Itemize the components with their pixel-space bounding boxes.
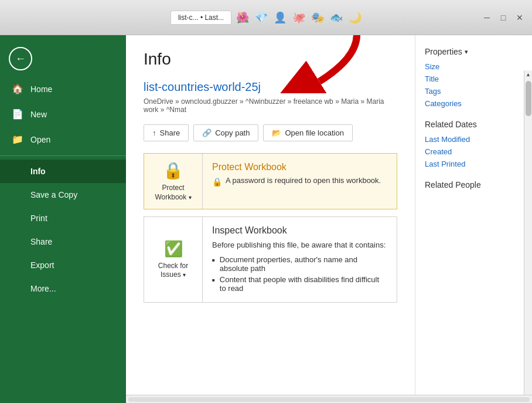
share-button[interactable]: ↑ Share: [144, 124, 189, 141]
protect-dropdown-arrow: ▾: [189, 194, 192, 201]
property-size[interactable]: Size: [425, 62, 523, 71]
window-controls: ─ □ ✕: [480, 11, 526, 24]
inspect-card-right: Inspect Workbook Before publishing this …: [203, 217, 397, 302]
taskbar-icon-1: 🌺: [236, 11, 249, 24]
taskbar-icon-4: 🐙: [292, 11, 305, 24]
copy-path-label: Copy path: [215, 128, 250, 137]
sidebar-item-more[interactable]: More...: [0, 277, 126, 300]
sidebar-label-export: Export: [30, 260, 54, 270]
inspect-list: Document properties, author's name and a…: [212, 254, 387, 294]
sidebar-label-new: New: [30, 110, 47, 119]
copy-path-button[interactable]: 🔗 Copy path: [193, 124, 258, 141]
inspect-workbook-card: ✅ Check for Issues ▾ Inspect Workbook Be…: [144, 216, 397, 303]
sidebar-item-export[interactable]: Export: [0, 253, 126, 277]
content-body: Info list-countries-world-25j OneDrive »…: [126, 35, 532, 403]
scroll-thumb[interactable]: [526, 81, 531, 116]
sidebar-item-home[interactable]: 🏠 Home: [0, 76, 126, 101]
related-last-printed[interactable]: Last Printed: [425, 160, 523, 168]
sidebar-label-home: Home: [30, 84, 52, 94]
inspect-list-item-1: Document properties, author's name and a…: [212, 254, 387, 274]
protect-icon: 🔒: [163, 161, 183, 180]
inspect-card-desc: Before publishing this file, be aware th…: [212, 241, 387, 249]
inspect-icon: ✅: [164, 240, 183, 258]
taskbar-icons: 🌺 💎 👤 🐙 🎭 🐟 🌙: [236, 11, 362, 24]
inspect-label: Check for Issues ▾: [149, 262, 197, 280]
minimize-button[interactable]: ─: [480, 11, 493, 24]
title-bar: list-c... • Last... 🌺 💎 👤 🐙 🎭 🐟 🌙 ─ □ ✕: [0, 0, 532, 35]
sidebar-item-print[interactable]: Print: [0, 206, 126, 230]
sidebar-item-info[interactable]: Info: [0, 160, 126, 183]
related-dates-title: Related Dates: [425, 120, 523, 129]
home-icon: 🏠: [12, 83, 23, 94]
page-title: Info: [144, 50, 397, 69]
properties-chevron[interactable]: ▾: [465, 48, 468, 56]
excel-window: ← 🏠 Home 📄 New 📁 Open Info Save a Copy P…: [0, 35, 532, 403]
file-name: list-countries-world-25j: [144, 80, 397, 94]
related-last-modified[interactable]: Last Modified: [425, 135, 523, 144]
share-btn-icon: ↑: [152, 128, 156, 137]
action-buttons: ↑ Share 🔗 Copy path 📂 Open file location: [144, 124, 397, 141]
properties-panel: Properties ▾ Size Title Tags Categories …: [415, 35, 532, 403]
open-location-label: Open file location: [285, 128, 343, 137]
sidebar-item-save-copy[interactable]: Save a Copy: [0, 183, 126, 206]
file-path: OneDrive » owncloud.gbuzzer » ^Nwinbuzze…: [144, 97, 397, 114]
protect-desc-text: A password is required to open this work…: [226, 176, 381, 185]
property-tags[interactable]: Tags: [425, 87, 523, 96]
sidebar-label-info: Info: [30, 167, 46, 176]
h-scroll-thumb[interactable]: [128, 397, 530, 402]
title-tab[interactable]: list-c... • Last...: [170, 11, 231, 25]
sidebar-label-print: Print: [30, 214, 47, 223]
new-icon: 📄: [12, 109, 23, 120]
sidebar-label-more: More...: [30, 284, 56, 293]
scroll-up-button[interactable]: ▲: [524, 70, 533, 79]
inspect-dropdown-arrow: ▾: [183, 272, 186, 278]
open-icon: 📁: [12, 134, 23, 145]
protect-card-right: Protect Workbook 🔒 A password is require…: [203, 154, 397, 209]
inspect-workbook-button[interactable]: ✅ Check for Issues ▾: [144, 217, 203, 302]
content-left: Info list-countries-world-25j OneDrive »…: [126, 35, 415, 403]
related-dates-section: Related Dates Last Modified Created Last…: [425, 120, 523, 168]
property-categories[interactable]: Categories: [425, 99, 523, 108]
close-button[interactable]: ✕: [513, 11, 526, 24]
related-people-section: Related People: [425, 180, 523, 189]
share-btn-label: Share: [160, 128, 180, 137]
back-button[interactable]: ←: [9, 47, 32, 70]
property-title[interactable]: Title: [425, 74, 523, 83]
sidebar-item-share[interactable]: Share: [0, 230, 126, 253]
sidebar-divider: [0, 155, 126, 156]
sidebar-label-save-copy: Save a Copy: [30, 190, 77, 199]
main-content: Info list-countries-world-25j OneDrive »…: [126, 35, 532, 403]
taskbar-icon-7: 🌙: [349, 11, 362, 24]
horizontal-scrollbar: [126, 395, 532, 403]
related-people-title: Related People: [425, 180, 523, 189]
taskbar-icon-5: 🎭: [311, 11, 324, 24]
sidebar-item-new[interactable]: 📄 New: [0, 101, 126, 127]
protect-card-title: Protect Workbook: [212, 162, 387, 172]
properties-section-title: Properties ▾: [425, 47, 523, 56]
open-location-icon: 📂: [272, 128, 281, 137]
sidebar-label-share: Share: [30, 237, 52, 246]
copy-path-icon: 🔗: [202, 128, 212, 137]
sidebar: ← 🏠 Home 📄 New 📁 Open Info Save a Copy P…: [0, 35, 126, 403]
maximize-button[interactable]: □: [497, 11, 510, 24]
sidebar-item-open[interactable]: 📁 Open: [0, 127, 126, 152]
protect-workbook-card: 🔒 Protect Workbook ▾ Protect Workbook 🔒 …: [144, 153, 397, 209]
protect-workbook-button[interactable]: 🔒 Protect Workbook ▾: [144, 154, 203, 209]
taskbar-icon-6: 🐟: [330, 11, 343, 24]
sidebar-label-open: Open: [30, 135, 50, 144]
related-created[interactable]: Created: [425, 147, 523, 156]
taskbar-icon-2: 💎: [255, 11, 268, 24]
open-location-button[interactable]: 📂 Open file location: [263, 124, 352, 141]
protect-desc-icon: 🔒: [212, 177, 222, 187]
protect-card-desc: 🔒 A password is required to open this wo…: [212, 176, 387, 187]
inspect-list-item-2: Content that people with disabilities fi…: [212, 274, 387, 294]
title-bar-center: list-c... • Last... 🌺 💎 👤 🐙 🎭 🐟 🌙: [170, 11, 362, 25]
vertical-scrollbar: ▲ ▼: [524, 70, 532, 403]
protect-label: Protect Workbook ▾: [149, 184, 197, 202]
inspect-card-title: Inspect Workbook: [212, 225, 387, 236]
taskbar-icon-3: 👤: [274, 11, 287, 24]
